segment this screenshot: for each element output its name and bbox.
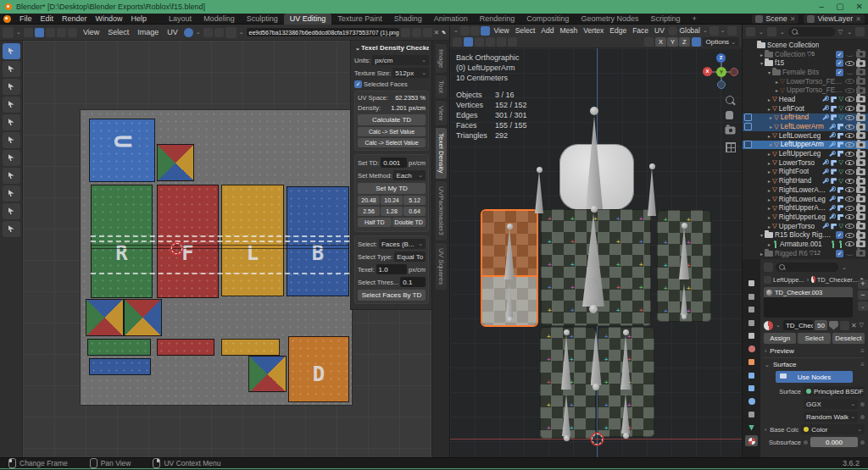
- preset-2.56[interactable]: 2.56: [358, 207, 380, 216]
- properties-tab-material[interactable]: [745, 435, 758, 446]
- visibility-eye-icon[interactable]: [845, 123, 854, 131]
- uv-menu-select[interactable]: Select: [103, 28, 133, 36]
- outliner-row-leftupperleg[interactable]: ▸▽LeftUpperLeg: [743, 149, 868, 158]
- uv-select-mode-edge[interactable]: [46, 28, 55, 37]
- mesh-data-icon[interactable]: ▽: [838, 96, 843, 102]
- properties-tab-data[interactable]: [745, 423, 758, 434]
- visibility-eye-icon[interactable]: [845, 249, 854, 257]
- tool-grab[interactable]: [3, 203, 20, 219]
- workspace-tab-scripting[interactable]: Scripting: [644, 14, 686, 25]
- base-color-field[interactable]: Color: [801, 424, 865, 434]
- outliner-row-leftlowerleg[interactable]: ▸▽LeftLowerLeg: [743, 131, 868, 141]
- expand-arrow[interactable]: ▸: [766, 241, 772, 247]
- outliner-row-rightupperarm[interactable]: ▸▽RightUpperArm: [743, 203, 868, 213]
- gizmo-minus-x-axis[interactable]: [730, 68, 738, 76]
- editor-type-button[interactable]: [3, 27, 14, 38]
- menu-render[interactable]: Render: [58, 14, 92, 23]
- tool-rotate[interactable]: [3, 97, 20, 113]
- expand-arrow[interactable]: ▸: [774, 79, 780, 85]
- preset-0.64[interactable]: 0.64: [403, 207, 426, 216]
- outliner-search-input[interactable]: [788, 27, 835, 36]
- outliner-filter-icon[interactable]: ▽: [838, 29, 843, 36]
- outliner-row-rigged-r6[interactable]: ▸Rigged R6▽12✓: [743, 249, 868, 258]
- visibility-eye-icon[interactable]: [845, 168, 854, 176]
- viewport-camera-icon[interactable]: [726, 127, 737, 139]
- visibility-eye-icon[interactable]: [845, 68, 854, 76]
- visibility-eye-icon[interactable]: [845, 204, 854, 213]
- uv-strip-blue[interactable]: [89, 358, 151, 375]
- vertex-group-icon[interactable]: [837, 187, 843, 193]
- threshold-field[interactable]: 0.1: [400, 277, 426, 287]
- set-td-field[interactable]: 0.001: [381, 158, 407, 168]
- expand-arrow[interactable]: ▸: [768, 141, 774, 147]
- uv-island-cross-a[interactable]: [86, 299, 124, 336]
- visibility-eye-icon[interactable]: [845, 150, 854, 158]
- modifier-icon[interactable]: [829, 141, 836, 148]
- visibility-eye-icon[interactable]: [845, 195, 854, 203]
- mesh-data-icon[interactable]: ▽: [838, 169, 843, 175]
- mesh-data-icon[interactable]: ▽: [838, 114, 843, 121]
- material-browse-icon[interactable]: [764, 321, 773, 330]
- workspace-tab-compositing[interactable]: Compositing: [520, 14, 575, 25]
- viewport-ortho-grid-icon[interactable]: [726, 142, 736, 152]
- outliner-row-rightupperleg[interactable]: ▸▽RightUpperLeg: [743, 213, 868, 222]
- tool-relax[interactable]: [3, 185, 20, 202]
- maximize-button[interactable]: ▢: [836, 3, 843, 11]
- mesh-data-icon[interactable]: ▽: [838, 105, 843, 112]
- subsurface-slider[interactable]: 0.000: [810, 437, 858, 447]
- collection-checkbox[interactable]: ✓: [836, 51, 843, 58]
- expand-arrow[interactable]: ▸: [766, 106, 772, 112]
- modifier-icon[interactable]: [829, 151, 836, 158]
- properties-tab-scene[interactable]: [745, 330, 758, 341]
- mesh-data-icon[interactable]: ▽: [838, 159, 843, 166]
- visibility-eye-icon[interactable]: [845, 113, 854, 122]
- calc-select-value-button[interactable]: Calc -> Select Value: [358, 138, 426, 147]
- tool-rip-region[interactable]: [3, 168, 20, 184]
- deselect-button[interactable]: Deselect: [832, 333, 865, 344]
- visibility-eye-icon[interactable]: [845, 213, 854, 221]
- outliner-row-armature-001[interactable]: ▸Armature.001: [743, 240, 868, 249]
- tool-pin[interactable]: [3, 221, 20, 237]
- proportional-edit-icon[interactable]: [184, 28, 193, 37]
- outliner-row-righthand[interactable]: ▸▽RightHand▽: [743, 176, 868, 185]
- breadcrumb-object[interactable]: LeftUppe...: [773, 276, 804, 284]
- modifier-icon[interactable]: [829, 205, 836, 212]
- properties-tab-particles[interactable]: [745, 383, 758, 394]
- vp-menu-face[interactable]: Face: [630, 26, 652, 35]
- preview-section-header[interactable]: ›Preview ≡: [764, 347, 865, 355]
- outliner-row-f15[interactable]: ▾f15✓: [743, 58, 868, 68]
- selected-faces-checkbox[interactable]: ✓: [354, 80, 362, 88]
- vertex-group-icon[interactable]: [837, 141, 843, 147]
- render-camera-icon[interactable]: [856, 51, 865, 58]
- viewport-pan-icon[interactable]: [726, 111, 737, 123]
- visibility-eye-icon[interactable]: [845, 185, 854, 194]
- gizmo-minus-z-axis[interactable]: [717, 80, 726, 89]
- render-camera-icon[interactable]: [856, 250, 865, 257]
- uv-select-mode-vertex[interactable]: [35, 28, 44, 37]
- workspace-tab-rendering[interactable]: Rendering: [474, 14, 521, 25]
- add-slot-button[interactable]: +: [858, 279, 868, 289]
- modifier-icon[interactable]: [829, 213, 836, 220]
- workspace-tab-modeling[interactable]: Modeling: [198, 14, 241, 25]
- outliner-row-uppertorso[interactable]: ▸▽UpperTorso▽: [743, 222, 868, 231]
- uv-island-cross-top[interactable]: [157, 144, 194, 181]
- vp-menu-select[interactable]: Select: [512, 26, 538, 35]
- tool-scale[interactable]: [3, 114, 20, 130]
- pose-icon[interactable]: [830, 241, 836, 248]
- mirror-y-toggle[interactable]: Y: [667, 37, 678, 47]
- visibility-eye-icon[interactable]: [845, 240, 854, 248]
- sss-method-dropdown[interactable]: Random Walk: [804, 412, 858, 422]
- outliner-row-collection[interactable]: ▸Collection▽6✓: [743, 50, 868, 59]
- material-slot-row[interactable]: TD_Checker.003: [764, 287, 853, 297]
- expand-arrow[interactable]: ▸: [766, 214, 772, 220]
- units-dropdown[interactable]: px/cm: [372, 55, 429, 65]
- visibility-eye-icon[interactable]: [845, 231, 854, 240]
- expand-arrow[interactable]: ▾: [759, 60, 765, 66]
- properties-tab-constraints[interactable]: [745, 409, 758, 420]
- vertex-group-icon[interactable]: [831, 114, 837, 120]
- shading-material-icon[interactable]: [508, 37, 517, 47]
- render-camera-icon[interactable]: [856, 124, 865, 130]
- render-camera-icon[interactable]: [856, 159, 865, 166]
- viewport-zoom-icon[interactable]: [726, 96, 737, 108]
- render-camera-icon[interactable]: [856, 96, 865, 102]
